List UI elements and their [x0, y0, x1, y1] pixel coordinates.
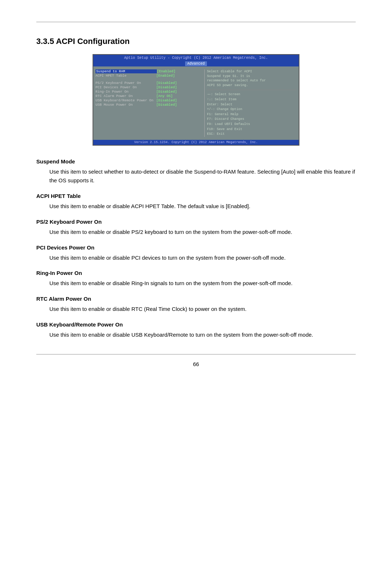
page-wrapper: 3.3.5 ACPI Configuration Aptio Setup Uti…	[0, 0, 392, 588]
bios-value-rtc: [Any OS]	[156, 94, 203, 98]
heading-pci-devices: PCI Devices Power On	[36, 243, 356, 252]
bios-navigation: →←: Select Screen ↑↓: Select Item Enter:…	[207, 92, 297, 136]
heading-ring-in: Ring-In Power On	[36, 269, 356, 277]
bios-item-pci: PCI Devices Power On [Disabled]	[95, 85, 203, 89]
bios-nav-f1: F1: General Help	[207, 112, 297, 117]
bios-nav-advanced: Advanced	[185, 61, 207, 66]
page-title: 3.3.5 ACPI Configuration	[36, 37, 356, 46]
bios-nav-f9: F9: Load UEFI Defaults	[207, 122, 297, 127]
bios-body: Suspend to RAM [Enabled] ACPI HPET Table…	[93, 68, 299, 138]
section-ps2-keyboard: PS/2 Keyboard Power On Use this item to …	[36, 218, 356, 237]
bios-item-rtc: RTC Alarm Power On [Any OS]	[95, 94, 203, 98]
page-number: 66	[36, 361, 356, 367]
bios-help-separator	[207, 90, 297, 90]
bios-label-usbmouse: USB Mouse Power On	[95, 103, 156, 107]
body-usb-keyboard: Use this item to enable or disable USB K…	[49, 331, 356, 340]
bios-label-hpet: ACPI HPET Table	[95, 74, 156, 78]
heading-usb-keyboard: USB Keyboard/Remote Power On	[36, 320, 356, 329]
section-pci-devices: PCI Devices Power On Use this item to en…	[36, 243, 356, 263]
bios-nav-bar: Advanced	[93, 61, 299, 66]
bios-nav-item: ↑↓: Select Item	[207, 97, 297, 102]
heading-suspend-mode: Suspend Mode	[36, 157, 356, 166]
bios-nav-esc: ESC: Exit	[207, 132, 297, 137]
bios-help-line1: Select disable for ACPI	[207, 69, 297, 74]
section-rtc-alarm: RTC Alarm Power On Use this item to enab…	[36, 295, 356, 314]
bios-right-panel: Select disable for ACPI Suspend type S1.…	[204, 69, 297, 137]
bios-label-ps2: PS/2 Keyboard Power On	[95, 81, 156, 85]
bios-nav-f10: F10: Save and Exit	[207, 127, 297, 132]
bios-nav-screen: →←: Select Screen	[207, 92, 297, 97]
body-acpi-hpet: Use this item to enable or disable ACPI …	[49, 202, 356, 211]
bios-item-hpet: ACPI HPET Table [Enabled]	[95, 74, 203, 78]
bios-value-pci: [Disabled]	[156, 85, 203, 89]
section-ring-in: Ring-In Power On Use this item to enable…	[36, 269, 356, 288]
top-divider	[36, 22, 356, 22]
bios-help-text: Select disable for ACPI Suspend type S1.…	[207, 69, 297, 88]
bios-value-hpet: [Enabled]	[156, 74, 203, 78]
section-suspend-mode: Suspend Mode Use this item to select whe…	[36, 157, 356, 186]
body-ps2-keyboard: Use this item to enable or disable PS/2 …	[49, 228, 356, 237]
bios-value-ps2: [Disabled]	[156, 81, 203, 85]
bios-label-suspend: Suspend to RAM	[95, 69, 157, 73]
bios-label-ring: Ring-In Power On	[95, 90, 156, 94]
bios-help-line4: ACPI S3 power saving.	[207, 83, 297, 88]
bios-label-rtc: RTC Alarm Power On	[95, 94, 156, 98]
bios-item-usbmouse: USB Mouse Power On [Disabled]	[95, 103, 203, 107]
bios-nav-f7: F7: Discard Changes	[207, 117, 297, 122]
bios-item-ps2: PS/2 Keyboard Power On [Disabled]	[95, 81, 203, 85]
body-ring-in: Use this item to enable or disable Ring-…	[49, 279, 356, 288]
bios-screenshot: Aptio Setup Utility - Copyright (C) 2012…	[93, 54, 299, 146]
bios-help-line2: Suspend type S1. It is	[207, 74, 297, 79]
bios-value-usbkb: [Disabled]	[156, 98, 203, 102]
bios-label-pci: PCI Devices Power On	[95, 85, 156, 89]
body-suspend-mode: Use this item to select whether to auto-…	[49, 167, 356, 186]
body-pci-devices: Use this item to enable or disable PCI d…	[49, 254, 356, 263]
bios-title-bar: Aptio Setup Utility - Copyright (C) 2012…	[93, 55, 299, 61]
bios-left-panel: Suspend to RAM [Enabled] ACPI HPET Table…	[95, 69, 204, 137]
bios-label-usbkb: USB Keyboard/Remote Power On	[95, 98, 156, 102]
bios-value-usbmouse: [Disabled]	[156, 103, 203, 107]
bios-nav-change: +/-: Change Option	[207, 107, 297, 112]
bios-footer: Version 2.15.1234. Copyright (C) 2012 Am…	[93, 140, 299, 145]
bios-spacer1	[95, 78, 203, 81]
bios-help-line3: recommended to select Auto for	[207, 78, 297, 83]
bios-item-ring: Ring-In Power On [Disabled]	[95, 90, 203, 94]
section-acpi-hpet: ACPI HPET Table Use this item to enable …	[36, 192, 356, 211]
section-usb-keyboard: USB Keyboard/Remote Power On Use this it…	[36, 320, 356, 340]
body-rtc-alarm: Use this item to enable or disable RTC (…	[49, 305, 356, 314]
heading-rtc-alarm: RTC Alarm Power On	[36, 295, 356, 303]
bios-item-suspend: Suspend to RAM [Enabled]	[95, 69, 203, 73]
bios-value-suspend: [Enabled]	[157, 69, 203, 73]
bios-value-ring: [Disabled]	[156, 90, 203, 94]
bios-nav-enter: Enter: Select	[207, 102, 297, 107]
bottom-divider	[36, 354, 356, 354]
heading-acpi-hpet: ACPI HPET Table	[36, 192, 356, 200]
heading-ps2-keyboard: PS/2 Keyboard Power On	[36, 218, 356, 226]
bios-item-usbkb: USB Keyboard/Remote Power On [Disabled]	[95, 98, 203, 102]
